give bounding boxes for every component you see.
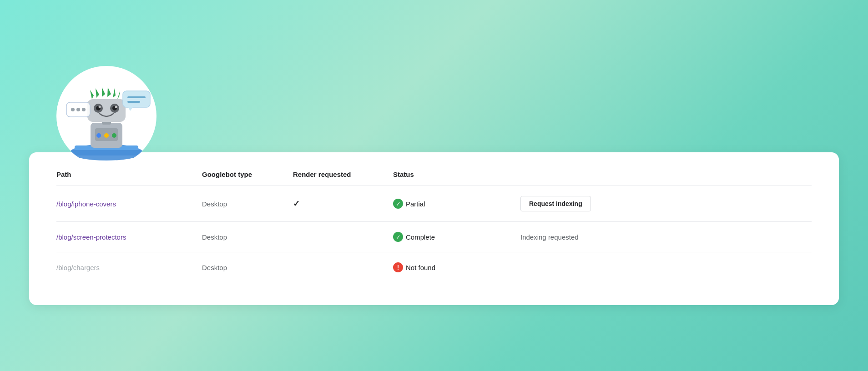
row2-googlebot-type: Desktop (202, 233, 227, 241)
svg-marker-20 (113, 88, 116, 98)
table-row: /blog/iphone-covers Desktop ✓ ✓ Partial (56, 186, 812, 222)
svg-marker-19 (107, 87, 111, 97)
indexing-requested-label: Indexing requested (520, 233, 579, 241)
robot-circle (56, 66, 156, 166)
svg-point-14 (99, 106, 101, 108)
svg-point-24 (76, 108, 80, 111)
col-header-action (520, 170, 812, 186)
col-header-status: Status (393, 170, 520, 186)
row2-status-cell: ✓ Complete (393, 222, 520, 252)
row3-googlebot-type: Desktop (202, 264, 227, 271)
row2-render-cell (293, 222, 393, 252)
svg-marker-17 (96, 88, 99, 98)
row1-action-cell: Request indexing (520, 186, 812, 222)
row1-checkmark: ✓ (293, 199, 300, 208)
request-indexing-button[interactable]: Request indexing (520, 196, 591, 211)
row2-status-text: Complete (406, 233, 435, 241)
svg-point-7 (112, 133, 116, 138)
row3-action-cell (520, 252, 812, 283)
svg-point-23 (71, 108, 75, 111)
row3-path-cell: /blog/chargers (56, 252, 202, 283)
row3-path-text: /blog/chargers (56, 264, 100, 271)
row1-status-icon: ✓ (393, 199, 403, 209)
row1-path-cell: /blog/iphone-covers (56, 186, 202, 222)
svg-marker-18 (102, 87, 105, 97)
indexing-table: Path Googlebot type Render requested Sta… (56, 170, 812, 282)
row1-googlebot-type: Desktop (202, 200, 227, 208)
svg-rect-29 (127, 101, 140, 103)
row2-action-cell: Indexing requested (520, 222, 812, 252)
row3-status-badge: ! Not found (393, 262, 520, 272)
row1-render-cell: ✓ (293, 186, 393, 222)
row2-googlebot-cell: Desktop (202, 222, 293, 252)
row2-path-cell: /blog/screen-protectors (56, 222, 202, 252)
svg-marker-30 (128, 107, 133, 111)
row1-status-text: Partial (406, 200, 425, 208)
svg-marker-26 (75, 117, 78, 120)
svg-point-5 (96, 133, 101, 138)
content-card: Path Googlebot type Render requested Sta… (29, 152, 839, 305)
col-header-path: Path (56, 170, 202, 186)
table-row: /blog/chargers Desktop ! Not found (56, 252, 812, 283)
table-row: /blog/screen-protectors Desktop ✓ Comple… (56, 222, 812, 252)
col-header-render: Render requested (293, 170, 393, 186)
robot-area (56, 66, 156, 166)
row1-status-cell: ✓ Partial (393, 186, 520, 222)
row1-googlebot-cell: Desktop (202, 186, 293, 222)
row3-googlebot-cell: Desktop (202, 252, 293, 283)
svg-point-6 (104, 133, 109, 138)
row2-status-icon: ✓ (393, 232, 403, 242)
svg-rect-9 (87, 99, 126, 122)
svg-rect-27 (123, 91, 150, 107)
svg-marker-16 (90, 90, 94, 99)
row1-path-link[interactable]: /blog/iphone-covers (56, 200, 116, 208)
row3-status-icon: ! (393, 262, 403, 272)
svg-point-25 (82, 108, 86, 111)
row3-status-text: Not found (406, 264, 435, 271)
main-container: Path Googlebot type Render requested Sta… (29, 66, 839, 305)
robot-svg (61, 68, 152, 164)
svg-rect-28 (127, 96, 146, 98)
row3-status-cell: ! Not found (393, 252, 520, 283)
row1-status-badge: ✓ Partial (393, 199, 520, 209)
col-header-googlebot: Googlebot type (202, 170, 293, 186)
svg-point-15 (115, 106, 117, 108)
row2-status-badge: ✓ Complete (393, 232, 520, 242)
row3-render-cell (293, 252, 393, 283)
svg-rect-2 (70, 150, 143, 155)
row2-path-link[interactable]: /blog/screen-protectors (56, 233, 126, 241)
svg-marker-21 (117, 90, 120, 99)
